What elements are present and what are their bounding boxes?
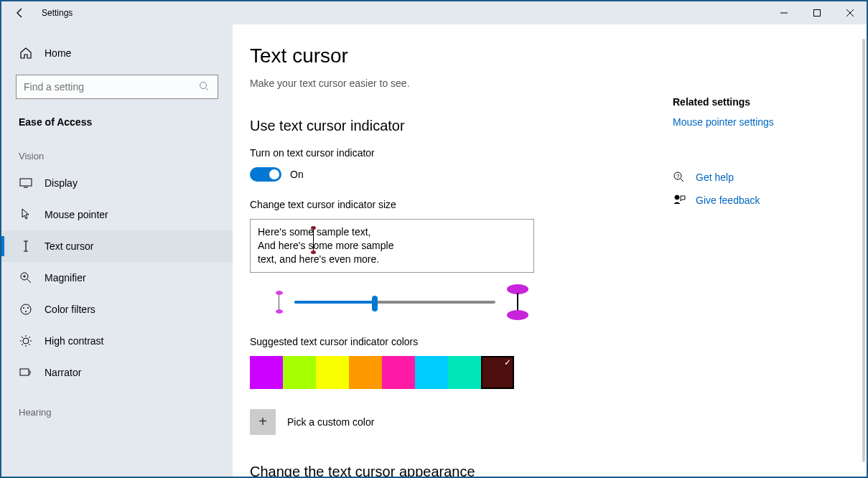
sample-text-box: Here's some sample text, And here's some… xyxy=(250,219,534,273)
minimize-button[interactable] xyxy=(767,1,801,24)
custom-color-label: Pick a custom color xyxy=(287,416,374,428)
nav-label: Magnifier xyxy=(45,272,86,283)
sidebar-group-vision: Vision xyxy=(1,132,233,167)
home-icon xyxy=(19,46,33,60)
feedback-icon xyxy=(673,194,686,207)
colors-field-label: Suggested text cursor indicator colors xyxy=(250,336,838,347)
display-icon xyxy=(19,176,33,190)
page-description: Make your text cursor easier to see. xyxy=(250,78,838,89)
nav-label: Mouse pointer xyxy=(45,209,108,220)
nav-label: Display xyxy=(45,177,78,189)
nav-label: Color filters xyxy=(45,304,95,315)
sidebar: Home Ease of Access Vision Display Mouse… xyxy=(1,24,233,477)
svg-rect-9 xyxy=(20,369,29,375)
svg-point-6 xyxy=(27,307,29,309)
color-swatch[interactable] xyxy=(415,356,448,389)
help-icon: ? xyxy=(673,171,686,184)
back-button[interactable] xyxy=(13,6,27,20)
nav-text-cursor[interactable]: Text cursor xyxy=(1,230,233,262)
magnifier-icon xyxy=(19,271,33,285)
section-appearance-heading: Change the text cursor appearance xyxy=(250,464,838,477)
scrollbar[interactable] xyxy=(862,39,865,462)
nav-label: Text cursor xyxy=(45,240,93,252)
svg-point-7 xyxy=(25,311,27,312)
color-swatch[interactable] xyxy=(448,356,481,389)
color-swatch[interactable] xyxy=(382,356,415,389)
nav-narrator[interactable]: Narrator xyxy=(1,357,233,388)
nav-home[interactable]: Home xyxy=(1,36,233,70)
narrator-icon xyxy=(19,365,33,380)
get-help-label: Get help xyxy=(696,172,734,183)
color-swatch[interactable] xyxy=(481,356,514,389)
size-slider[interactable] xyxy=(294,301,495,304)
nav-high-contrast[interactable]: High contrast xyxy=(1,325,233,357)
svg-point-5 xyxy=(23,307,24,309)
nav-label: Narrator xyxy=(45,367,81,378)
sidebar-section-title: Ease of Access xyxy=(1,99,233,132)
nav-home-label: Home xyxy=(45,47,71,59)
get-help-link[interactable]: ? Get help xyxy=(673,171,831,184)
nav-label: High contrast xyxy=(45,335,103,347)
nav-display[interactable]: Display xyxy=(1,167,233,199)
color-swatch[interactable] xyxy=(283,356,316,389)
svg-text:?: ? xyxy=(676,173,680,179)
cursor-size-small-icon xyxy=(276,291,283,314)
nav-magnifier[interactable]: Magnifier xyxy=(1,262,233,294)
page-title: Text cursor xyxy=(250,44,838,67)
svg-rect-2 xyxy=(20,179,32,186)
titlebar: Settings xyxy=(1,1,867,24)
sidebar-group-hearing: Hearing xyxy=(1,388,233,423)
right-rail: Related settings Mouse pointer settings … xyxy=(673,96,831,217)
search-input[interactable] xyxy=(24,81,199,93)
nav-color-filters[interactable]: Color filters xyxy=(1,294,233,325)
high-contrast-icon xyxy=(19,334,33,348)
svg-rect-0 xyxy=(814,10,821,17)
toggle-state-label: On xyxy=(290,169,304,180)
pointer-icon xyxy=(19,207,33,222)
color-filters-icon xyxy=(19,302,33,317)
svg-point-4 xyxy=(21,304,31,314)
search-box[interactable] xyxy=(16,75,218,99)
sample-text: Here's some sample text, And here's some… xyxy=(258,226,393,265)
window-title: Settings xyxy=(42,8,73,18)
svg-point-12 xyxy=(675,195,679,200)
nav-mouse-pointer[interactable]: Mouse pointer xyxy=(1,199,233,230)
color-swatch[interactable] xyxy=(250,356,283,389)
give-feedback-link[interactable]: Give feedback xyxy=(673,194,831,207)
give-feedback-label: Give feedback xyxy=(696,195,760,206)
plus-icon: + xyxy=(258,413,267,430)
close-button[interactable] xyxy=(834,1,867,24)
color-swatch[interactable] xyxy=(349,356,382,389)
search-icon xyxy=(199,81,210,93)
content-area: Text cursor Make your text cursor easier… xyxy=(233,24,867,477)
custom-color-button[interactable]: + xyxy=(250,409,276,435)
maximize-button[interactable] xyxy=(801,1,834,24)
cursor-size-large-icon xyxy=(507,284,528,320)
indicator-toggle[interactable] xyxy=(250,167,281,182)
mouse-pointer-settings-link[interactable]: Mouse pointer settings xyxy=(673,116,831,128)
color-swatch-row xyxy=(250,356,838,389)
svg-point-1 xyxy=(200,83,207,89)
related-settings-heading: Related settings xyxy=(673,96,831,108)
slider-thumb[interactable] xyxy=(372,296,378,311)
text-cursor-icon xyxy=(19,239,33,253)
color-swatch[interactable] xyxy=(316,356,349,389)
svg-point-8 xyxy=(23,338,29,344)
